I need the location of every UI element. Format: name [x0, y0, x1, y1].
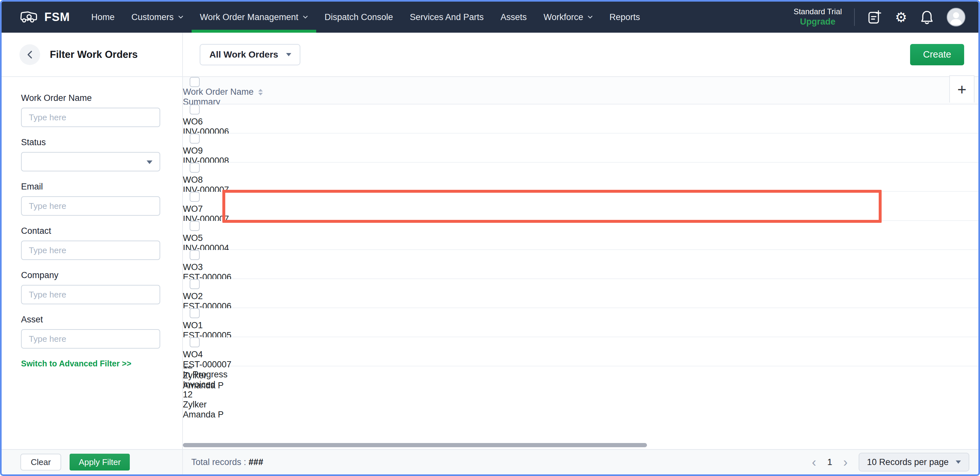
caret-down-icon	[286, 53, 291, 56]
brand-name: FSM	[45, 10, 70, 24]
field-label: Company	[21, 270, 182, 280]
app-window: FSM Home Customers Work Order Management…	[0, 0, 980, 476]
table-row[interactable]: WO9 INV-000008 New Not yet Invoiced 12 Z…	[183, 133, 978, 163]
cell-work-order-name: WO3	[183, 262, 978, 272]
quick-create-note-icon[interactable]	[867, 10, 883, 25]
add-column-button[interactable]: +	[949, 75, 975, 103]
field-label: Work Order Name	[21, 93, 182, 103]
create-button[interactable]: Create	[910, 44, 964, 65]
table-row[interactable]: WO2 EST-000006 New Invoiced 12 Zylker Am…	[183, 279, 978, 308]
navbar-divider	[854, 8, 855, 26]
nav-item-services-and-parts[interactable]: Services And Parts	[401, 2, 492, 33]
top-navbar: FSM Home Customers Work Order Management…	[2, 2, 978, 33]
row-checkbox-cell	[183, 221, 978, 233]
company-input[interactable]	[21, 285, 160, 304]
table-row[interactable]: WO7 INV-000007 New Not yet Invoiced 12 Z…	[183, 192, 978, 221]
main-nav: Home Customers Work Order Management Dis…	[83, 2, 649, 33]
row-checkbox[interactable]	[190, 221, 200, 231]
cell-billing-status: Invoiced	[183, 380, 978, 390]
content-area: Filter Work Orders Work Order Name Statu…	[2, 33, 978, 449]
cell-territory: Zylker	[183, 400, 978, 410]
table-row[interactable]: WO1 EST-000005 New Invoiced 12 Zylker Am…	[183, 308, 978, 337]
filter-field-work-order-name: Work Order Name	[21, 93, 182, 127]
user-avatar[interactable]	[947, 8, 966, 27]
total-records-label: Total records :	[191, 457, 246, 467]
footer-right: Total records : ### ‹ 1 › 10 Records per…	[183, 450, 978, 474]
filter-field-company: Company	[21, 270, 182, 304]
work-orders-main: All Work Orders Create Work Order Name S…	[183, 33, 978, 449]
row-checkbox-cell	[183, 192, 978, 204]
clear-button[interactable]: Clear	[21, 454, 61, 471]
caret-down-icon	[146, 160, 153, 164]
nav-item-work-order-management[interactable]: Work Order Management	[192, 2, 316, 33]
filter-field-email: Email	[21, 182, 182, 216]
apply-filter-button[interactable]: Apply Filter	[70, 454, 130, 471]
total-records: Total records : ###	[191, 457, 263, 467]
filter-panel-header: Filter Work Orders	[2, 33, 182, 77]
advanced-filter-link[interactable]: Switch to Advanced Filter >>	[21, 359, 182, 368]
status-select[interactable]	[21, 152, 160, 171]
email-input[interactable]	[21, 196, 160, 216]
table-body: WO6 INV-000006 New Not yet Invoiced 12 Z…	[183, 105, 978, 367]
nav-item-assets[interactable]: Assets	[492, 2, 535, 33]
horizontal-scrollbar[interactable]	[183, 443, 647, 447]
cell-work-order-name: WO4	[183, 349, 978, 360]
sort-icon[interactable]	[258, 89, 263, 95]
cell-summary: EST-000007	[183, 360, 978, 370]
row-checkbox-cell	[183, 105, 978, 117]
navbar-right: Standard Trial Upgrade ⚙	[794, 2, 978, 33]
fsm-truck-logo-icon	[18, 9, 38, 25]
asset-input[interactable]	[21, 329, 160, 349]
work-order-name-input[interactable]	[21, 108, 160, 127]
field-label: Status	[21, 137, 182, 148]
row-checkbox[interactable]	[190, 308, 200, 318]
chevron-left-icon	[27, 51, 33, 59]
table-row[interactable]: WO3 EST-000006 New Invoiced 12 Zylker Am…	[183, 250, 978, 279]
back-button[interactable]	[19, 44, 40, 65]
next-page-icon[interactable]: ›	[843, 455, 848, 468]
fsm-brand[interactable]: FSM	[2, 2, 83, 33]
row-checkbox-cell	[183, 163, 978, 175]
chevron-down-icon	[178, 16, 183, 19]
select-all-checkbox[interactable]	[190, 77, 200, 87]
nav-item-customers[interactable]: Customers	[123, 2, 192, 33]
cell-work-order-name: WO7	[183, 204, 978, 214]
filter-panel: Filter Work Orders Work Order Name Statu…	[2, 33, 183, 449]
cell-grand-total: 12	[183, 390, 978, 400]
row-checkbox[interactable]	[190, 337, 200, 347]
filter-fields: Work Order Name Status Email Contact Com…	[2, 77, 182, 368]
table-row[interactable]: WO6 INV-000006 New Not yet Invoiced 12 Z…	[183, 105, 978, 133]
nav-item-workforce[interactable]: Workforce	[535, 2, 601, 33]
row-checkbox[interactable]	[190, 192, 200, 202]
settings-gear-icon[interactable]: ⚙	[895, 10, 907, 25]
view-selector-dropdown[interactable]: All Work Orders	[200, 44, 300, 65]
row-checkbox[interactable]	[190, 163, 200, 173]
row-checkbox[interactable]	[190, 250, 200, 260]
table-row[interactable]: WO8 INV-000007 New Not yet Invoiced 12 Z…	[183, 163, 978, 192]
footer-bar: Clear Apply Filter Total records : ### ‹…	[2, 449, 978, 474]
field-label: Asset	[21, 315, 182, 325]
cell-status: In Progress	[183, 370, 978, 380]
filter-field-contact: Contact	[21, 226, 182, 260]
table-header: Work Order Name Summary Status Billing S…	[183, 77, 978, 105]
nav-item-reports[interactable]: Reports	[601, 2, 649, 33]
row-checkbox[interactable]	[190, 279, 200, 289]
list-toolbar: All Work Orders Create	[183, 33, 978, 77]
nav-item-home[interactable]: Home	[83, 2, 123, 33]
row-checkbox[interactable]	[190, 133, 200, 144]
row-checkbox-cell	[183, 279, 978, 291]
cell-work-order-name: WO1	[183, 321, 978, 330]
row-checkbox[interactable]	[190, 105, 200, 114]
cell-contact: Amanda P	[183, 410, 978, 420]
previous-page-icon[interactable]: ‹	[812, 455, 816, 468]
records-per-page-dropdown[interactable]: 10 Records per page	[859, 453, 969, 471]
row-checkbox-cell	[183, 250, 978, 262]
upgrade-link[interactable]: Upgrade	[800, 16, 836, 27]
contact-input[interactable]	[21, 241, 160, 260]
field-label: Contact	[21, 226, 182, 236]
table-row[interactable]: WO5 INV-000004 New Not yet Invoiced 12 Z…	[183, 221, 978, 250]
nav-item-dispatch-console[interactable]: Dispatch Console	[316, 2, 402, 33]
notifications-bell-icon[interactable]	[920, 10, 934, 25]
table-row[interactable]: WO4 EST-000007 In Progress Invoiced 12 Z…	[183, 337, 978, 367]
column-header-work-order-name: Work Order Name	[183, 87, 978, 97]
